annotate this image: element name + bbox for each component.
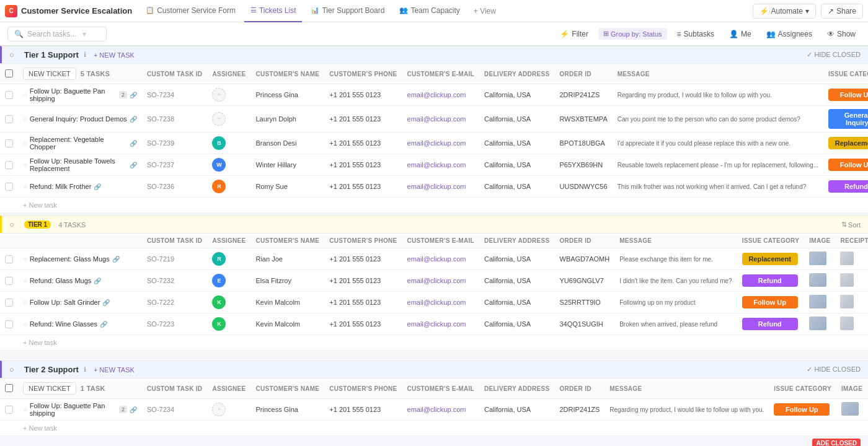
me-button[interactable]: 👤 Me (724, 27, 756, 41)
tier2-support-hide-closed[interactable]: ✓ HIDE CLOSED (807, 365, 861, 374)
message-cell: Following up on my product (614, 292, 737, 313)
tier2-new-ticket-button[interactable]: NEW TICKET (23, 382, 76, 395)
row-checkbox[interactable] (5, 183, 13, 191)
capacity-tab-icon: 👥 (399, 6, 408, 14)
nav-tab-tickets[interactable]: ☰ Tickets List (244, 0, 303, 22)
row-checkbox[interactable] (5, 161, 13, 169)
row-checkbox[interactable] (5, 299, 13, 307)
order-id: BPOT18UBGA (560, 139, 605, 147)
avatar: E (212, 274, 226, 287)
order-id: RWSXBTEMPA (560, 115, 608, 123)
table-row[interactable]: ○ Refund: Wine Glasses 🔗 SO-7223 K Kevin… (0, 313, 868, 335)
email-cell: email@clickup.com (402, 154, 479, 176)
col-header-email[interactable]: CUSTOMER'S E-MAIL (402, 64, 479, 84)
message-cell: I didn't like the item. Can you refund m… (614, 270, 737, 292)
new-task-label[interactable]: + New task (18, 198, 868, 213)
search-box[interactable]: 🔍 Search tasks... ▾ (7, 27, 107, 42)
row-checkbox[interactable] (5, 277, 13, 285)
avatar: R (212, 180, 226, 193)
share-button[interactable]: ↗ Share (821, 4, 863, 19)
nav-tab-board[interactable]: 📊 Tier Support Board (304, 0, 391, 22)
col-header-assignee[interactable]: ASSIGNEE (207, 64, 250, 84)
row-checkbox-cell (0, 133, 18, 154)
show-button[interactable]: 👁 Show (822, 27, 861, 41)
phone: +1 201 555 0123 (329, 161, 381, 168)
toolbar: 🔍 Search tasks... ▾ ⚡ Filter ⊞ Group by:… (0, 22, 868, 46)
filter-button[interactable]: ⚡ Filter (555, 27, 593, 41)
table-row[interactable]: ○ General Inquiry: Product Demos 🔗 SO-72… (0, 106, 868, 133)
new-task-label[interactable]: + New task (18, 335, 868, 351)
col-header-message[interactable]: MESSAGE (613, 64, 823, 84)
receipt-thumbnail (840, 273, 854, 287)
subtasks-button[interactable]: ≡ Subtasks (672, 27, 719, 41)
category-badge: Follow Up (828, 159, 868, 171)
nav-tab-form[interactable]: 📋 Customer Service Form (140, 0, 242, 22)
new-task-row[interactable]: + New task (0, 335, 868, 351)
row-checkbox[interactable] (5, 139, 13, 147)
new-task-label[interactable]: + New task (18, 421, 868, 436)
task-id-cell: SO-7234 (142, 84, 207, 106)
new-task-row[interactable]: + New task (0, 198, 868, 213)
table-row[interactable]: ○ Follow Up: Baguette Pan shipping 2 🔗 S… (0, 84, 868, 106)
tier2-support-header: ○ Tier 2 Support ℹ + NEW TASK ✓ HIDE CLO… (0, 361, 868, 378)
row-checkbox[interactable] (5, 320, 13, 328)
task-title: Follow Up: Salt Grinder (30, 299, 100, 306)
tier2-select-all[interactable] (5, 384, 13, 392)
assignee-cell: R (207, 248, 250, 270)
col-header-address[interactable]: DELIVERY ADDRESS (479, 64, 555, 84)
tier1-support-new-task[interactable]: + NEW TASK (94, 51, 135, 59)
task-title: Refund: Milk Frother (30, 183, 92, 190)
automate-button[interactable]: ⚡ Automate ▾ (753, 4, 816, 19)
assignee-cell: + (207, 399, 250, 421)
table-row[interactable]: ○ Follow Up: Reusable Towels Replacement… (0, 154, 868, 176)
row-checkbox[interactable] (5, 406, 13, 414)
table-row[interactable]: ○ Replacement: Glass Mugs 🔗 SO-7219 R Ri… (0, 248, 868, 270)
new-task-row[interactable]: + New task (0, 421, 868, 436)
col-header-task-id[interactable]: CUSTOM TASK ID (142, 64, 207, 84)
customer-name-cell: Princess Gina (250, 84, 324, 106)
tier2-support-new-task[interactable]: + NEW TASK (94, 366, 135, 374)
nav-tab-capacity[interactable]: 👥 Team Capacity (393, 0, 466, 22)
phone: +1 201 555 0123 (329, 255, 381, 263)
new-ticket-button[interactable]: NEW TICKET (23, 68, 76, 80)
col-header-customer-name[interactable]: CUSTOMER'S NAME (250, 64, 324, 84)
tier2-col-header-phone: CUSTOMER'S PHONE (324, 378, 402, 399)
tier1-support-collapse-icon[interactable]: ○ (9, 50, 19, 59)
link-icon: 🔗 (112, 256, 120, 263)
category-cell: General Inquiry (823, 106, 868, 133)
table-row[interactable]: ○ Replacement: Vegetable Chopper 🔗 SO-72… (0, 133, 868, 154)
order-id: 2DRIP241ZS (560, 406, 600, 413)
tier2-col-header-category: ISSUE CATEGORY (769, 378, 836, 399)
tier2-col-header-image: IMAGE (836, 378, 867, 399)
sort-button[interactable]: ⇅ Sort (841, 221, 861, 229)
task-id-cell: SO-7219 (142, 248, 207, 270)
table-row[interactable]: ○ Follow Up: Salt Grinder 🔗 SO-7222 K Ke… (0, 292, 868, 313)
col-header-phone[interactable]: CUSTOMER'S PHONE (324, 64, 402, 84)
category-badge: General Inquiry (828, 109, 868, 129)
row-checkbox[interactable] (5, 115, 13, 123)
image-cell (804, 313, 835, 335)
task-id: SO-7234 (147, 91, 174, 98)
group-by-button[interactable]: ⊞ Group by: Status (598, 28, 667, 40)
table-row[interactable]: ○ Follow Up: Baguette Pan shipping 2 🔗 S… (0, 399, 868, 421)
nav-right: ⚡ Automate ▾ ↗ Share (753, 4, 863, 19)
task-name: ○ Replacement: Glass Mugs 🔗 (23, 255, 137, 263)
message-cell: Broken when arrived, please refund (614, 313, 737, 335)
row-checkbox[interactable] (5, 91, 13, 99)
table-row[interactable]: ○ Refund: Milk Frother 🔗 SO-7236 R Romy … (0, 176, 868, 198)
email-cell: email@clickup.com (402, 106, 479, 133)
select-all-checkbox[interactable] (5, 69, 13, 77)
task-id: SO-7236 (147, 183, 174, 190)
tier1-support-table-container: NEW TICKET 5 TASKS CUSTOM TASK ID ASSIGN… (0, 63, 868, 213)
table-row[interactable]: ○ Refund: Glass Mugs 🔗 SO-7232 E Elsa Fi… (0, 270, 868, 292)
col-header-order[interactable]: ORDER ID (555, 64, 613, 84)
tier2-support-collapse-icon[interactable]: ○ (9, 365, 19, 374)
message-text: Reusable towels replacement please - I'm… (618, 162, 818, 168)
email: email@clickup.com (407, 255, 466, 263)
col-header-category[interactable]: ISSUE CATEGORY (823, 64, 868, 84)
tier1-support-hide-closed[interactable]: ✓ HIDE CLOSED (807, 51, 861, 59)
tier1-collapse-icon[interactable]: ○ (9, 220, 19, 229)
nav-add-view[interactable]: + View (469, 7, 501, 15)
assignees-button[interactable]: 👥 Assignees (761, 27, 817, 41)
row-checkbox[interactable] (5, 255, 13, 263)
